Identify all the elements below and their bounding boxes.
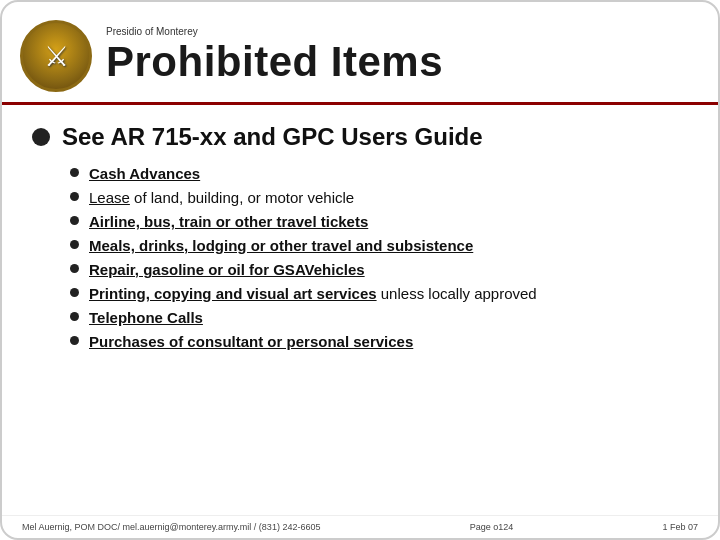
sub-bullet bbox=[70, 264, 79, 273]
list-item: Printing, copying and visual art service… bbox=[70, 283, 688, 304]
list-item: Airline, bus, train or other travel tick… bbox=[70, 211, 688, 232]
title-block: Presidio of Monterey Prohibited Items bbox=[106, 26, 443, 85]
item-repair: Repair, gasoline or oil for GSAVehicles bbox=[89, 259, 365, 280]
list-item: Purchases of consultant or personal serv… bbox=[70, 331, 688, 352]
slide-footer: Mel Auernig, POM DOC/ mel.auernig@monter… bbox=[2, 515, 718, 538]
lease-rest: of land, building, or motor vehicle bbox=[134, 189, 354, 206]
printing-underline: Printing, copying and visual art service… bbox=[89, 285, 377, 302]
slide-title: Prohibited Items bbox=[106, 39, 443, 85]
slide: ⚔ Presidio of Monterey Prohibited Items … bbox=[0, 0, 720, 540]
slide-header: ⚔ Presidio of Monterey Prohibited Items bbox=[2, 2, 718, 105]
lease-text: Lease bbox=[89, 189, 130, 206]
item-telephone: Telephone Calls bbox=[89, 307, 203, 328]
sub-bullet bbox=[70, 288, 79, 297]
logo-icon: ⚔ bbox=[44, 40, 69, 73]
main-point-text: See AR 715-xx and GPC Users Guide bbox=[62, 123, 483, 151]
item-consultant: Purchases of consultant or personal serv… bbox=[89, 331, 413, 352]
footer-right: 1 Feb 07 bbox=[662, 522, 698, 532]
list-item: Meals, drinks, lodging or other travel a… bbox=[70, 235, 688, 256]
item-lease: Lease of land, building, or motor vehicl… bbox=[89, 187, 354, 208]
slide-content: See AR 715-xx and GPC Users Guide Cash A… bbox=[2, 105, 718, 515]
army-logo: ⚔ bbox=[20, 20, 92, 92]
sub-bullet bbox=[70, 336, 79, 345]
list-item: Cash Advances bbox=[70, 163, 688, 184]
list-item: Telephone Calls bbox=[70, 307, 688, 328]
list-item: Lease of land, building, or motor vehicl… bbox=[70, 187, 688, 208]
sub-list: Cash Advances Lease of land, building, o… bbox=[32, 163, 688, 352]
sub-bullet bbox=[70, 240, 79, 249]
footer-center: Page o124 bbox=[470, 522, 514, 532]
presidio-label: Presidio of Monterey bbox=[106, 26, 443, 37]
item-meals: Meals, drinks, lodging or other travel a… bbox=[89, 235, 473, 256]
main-point: See AR 715-xx and GPC Users Guide bbox=[32, 123, 688, 151]
item-printing: Printing, copying and visual art service… bbox=[89, 283, 537, 304]
item-airline: Airline, bus, train or other travel tick… bbox=[89, 211, 368, 232]
printing-rest: unless locally approved bbox=[381, 285, 537, 302]
sub-bullet bbox=[70, 312, 79, 321]
sub-bullet bbox=[70, 168, 79, 177]
main-bullet bbox=[32, 128, 50, 146]
sub-bullet bbox=[70, 216, 79, 225]
list-item: Repair, gasoline or oil for GSAVehicles bbox=[70, 259, 688, 280]
sub-bullet bbox=[70, 192, 79, 201]
footer-left: Mel Auernig, POM DOC/ mel.auernig@monter… bbox=[22, 522, 320, 532]
item-cash-advances: Cash Advances bbox=[89, 163, 200, 184]
